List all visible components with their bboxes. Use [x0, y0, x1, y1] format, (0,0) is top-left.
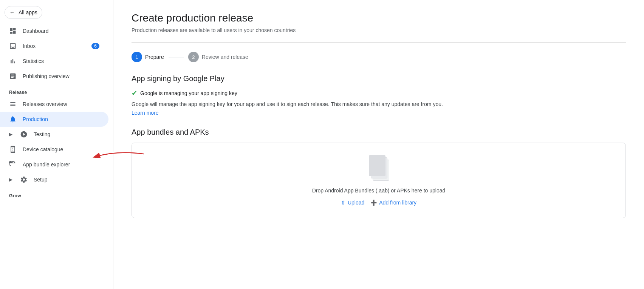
device-catalogue-label: Device catalogue	[23, 146, 63, 152]
drop-zone[interactable]: Drop Android App Bundles (.aab) or APKs …	[132, 143, 626, 218]
sidebar: ← All apps Dashboard Inbox 6 Statistics …	[0, 0, 113, 289]
step-1-label: Prepare	[145, 54, 164, 60]
step-2-number: 2	[192, 54, 195, 60]
statistics-icon	[9, 57, 17, 65]
all-apps-button[interactable]: ← All apps	[5, 6, 42, 19]
testing-icon	[20, 131, 28, 138]
statistics-label: Statistics	[23, 58, 44, 64]
release-section-label: Release	[0, 84, 113, 97]
step-2-label: Review and release	[202, 54, 248, 60]
check-circle-icon: ✔	[132, 89, 137, 97]
page-1	[369, 155, 385, 176]
sidebar-item-statistics[interactable]: Statistics	[0, 54, 108, 69]
steps-container: 1 Prepare 2 Review and release	[132, 52, 626, 62]
title-divider	[132, 42, 626, 43]
sidebar-item-inbox[interactable]: Inbox 6	[0, 38, 108, 54]
main-content: Create production release Production rel…	[113, 0, 644, 289]
drop-zone-text: Drop Android App Bundles (.aab) or APKs …	[312, 188, 446, 194]
bundle-icon	[9, 161, 17, 168]
paper-stack-icon	[367, 155, 390, 181]
setup-expand-icon: ▶	[9, 177, 12, 182]
step-1: 1 Prepare	[132, 52, 164, 62]
app-bundles-title: App bundles and APKs	[132, 128, 626, 137]
app-bundle-explorer-label: App bundle explorer	[23, 161, 70, 168]
signing-status-text: Google is managing your app signing key	[140, 90, 237, 96]
sidebar-item-dashboard[interactable]: Dashboard	[0, 23, 108, 38]
sidebar-item-production[interactable]: Production	[0, 112, 108, 127]
learn-more-link[interactable]: Learn more	[132, 110, 159, 116]
sidebar-item-releases-overview[interactable]: Releases overview	[0, 97, 108, 112]
drop-zone-icon	[367, 155, 390, 181]
add-library-link[interactable]: ➕ Add from library	[370, 200, 416, 206]
testing-expand-icon: ▶	[9, 132, 12, 137]
device-icon	[9, 146, 17, 153]
setup-icon	[20, 176, 28, 183]
step-2-circle: 2	[188, 52, 199, 62]
sidebar-item-publishing-overview[interactable]: Publishing overview	[0, 69, 108, 84]
setup-label: Setup	[34, 177, 48, 183]
step-2: 2 Review and release	[188, 52, 248, 62]
step-1-number: 1	[135, 54, 138, 60]
testing-label: Testing	[34, 131, 50, 137]
dashboard-icon	[9, 27, 17, 35]
production-icon	[9, 115, 17, 123]
step-1-circle: 1	[132, 52, 142, 62]
sidebar-item-testing[interactable]: ▶ Testing	[0, 127, 108, 142]
add-library-label: Add from library	[379, 200, 416, 206]
back-arrow-icon: ←	[9, 9, 15, 15]
inbox-badge: 6	[91, 43, 99, 49]
publishing-icon	[9, 72, 17, 80]
dashboard-label: Dashboard	[23, 28, 49, 34]
sidebar-item-device-catalogue[interactable]: Device catalogue	[0, 142, 108, 157]
all-apps-label: All apps	[19, 9, 37, 15]
page-title: Create production release	[132, 12, 626, 24]
releases-icon	[9, 100, 17, 108]
signing-description: Google will manage the app signing key f…	[132, 100, 626, 108]
inbox-icon	[9, 42, 17, 50]
publishing-overview-label: Publishing overview	[23, 73, 70, 79]
inbox-label: Inbox	[23, 43, 36, 49]
page-subtitle: Production releases are available to all…	[132, 27, 626, 33]
upload-icon: ⇧	[341, 200, 345, 206]
sidebar-item-app-bundle-explorer[interactable]: App bundle explorer	[0, 157, 108, 172]
releases-overview-label: Releases overview	[23, 101, 67, 107]
signing-status: ✔ Google is managing your app signing ke…	[132, 89, 626, 97]
upload-link[interactable]: ⇧ Upload	[341, 200, 364, 206]
drop-zone-actions: ⇧ Upload ➕ Add from library	[341, 200, 416, 206]
grow-section-label: Grow	[0, 187, 113, 200]
add-library-icon: ➕	[370, 200, 377, 206]
upload-label: Upload	[348, 200, 364, 206]
app-signing-title: App signing by Google Play	[132, 74, 626, 83]
production-label: Production	[23, 116, 48, 122]
sidebar-item-setup[interactable]: ▶ Setup	[0, 172, 108, 187]
step-connector	[169, 57, 184, 57]
